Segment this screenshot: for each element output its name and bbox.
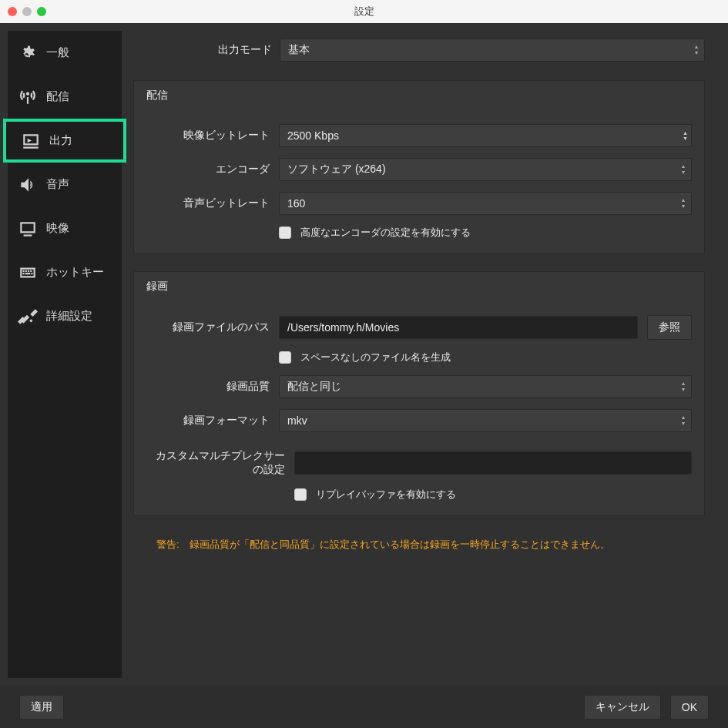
sidebar: 一般 配信 出力 音声 映像 xyxy=(8,31,122,678)
keyboard-icon xyxy=(17,262,39,283)
muxer-input[interactable] xyxy=(294,451,692,475)
monitor-icon xyxy=(17,218,39,240)
advanced-encoder-label: 高度なエンコーダの設定を有効にする xyxy=(300,226,471,240)
row-recording-quality: 録画品質 配信と同じ ▴▾ xyxy=(146,375,692,398)
encoder-value: ソフトウェア (x264) xyxy=(287,163,386,176)
row-muxer: カスタムマルチプレクサーの設定 xyxy=(146,449,692,477)
chevron-updown-icon: ▴▾ xyxy=(682,410,685,431)
recording-path-label: 録画ファイルのパス xyxy=(146,320,270,334)
audio-bitrate-select[interactable]: 160 ▴▾ xyxy=(279,192,692,215)
scrollbar[interactable] xyxy=(710,46,719,663)
row-encoder: エンコーダ ソフトウェア (x264) ▴▾ xyxy=(146,158,692,181)
audio-bitrate-label: 音声ビットレート xyxy=(146,196,270,210)
output-icon xyxy=(20,130,42,152)
main-panel: 出力モード 基本 ▴▾ 配信 映像ビットレート 2500 Kbps ▲▼ エンコ… xyxy=(122,23,728,686)
row-output-mode: 出力モード 基本 ▴▾ xyxy=(133,31,705,69)
recording-path-input[interactable]: /Users/tommy.h/Movies xyxy=(279,316,638,339)
sidebar-item-label: 配信 xyxy=(46,89,69,104)
warning-text: 警告: 録画品質が「配信と同品質」に設定されている場合は録画を一時停止することは… xyxy=(133,533,705,556)
sidebar-item-label: ホットキー xyxy=(46,265,104,280)
gear-icon xyxy=(17,42,39,64)
replay-buffer-label: リプレイバッファを有効にする xyxy=(316,488,456,502)
encoder-select[interactable]: ソフトウェア (x264) ▴▾ xyxy=(279,158,692,181)
recording-format-label: 録画フォーマット xyxy=(146,414,270,428)
sidebar-item-video[interactable]: 映像 xyxy=(8,206,122,250)
output-mode-label: 出力モード xyxy=(133,43,272,57)
sidebar-item-label: 一般 xyxy=(46,45,69,60)
cancel-button[interactable]: キャンセル xyxy=(584,695,661,720)
row-replay-buffer: リプレイバッファを有効にする xyxy=(146,488,692,502)
recording-format-select[interactable]: mkv ▴▾ xyxy=(279,409,692,432)
output-mode-select[interactable]: 基本 ▴▾ xyxy=(280,39,705,62)
row-advanced-encoder: 高度なエンコーダの設定を有効にする xyxy=(146,226,692,240)
video-bitrate-value: 2500 Kbps xyxy=(287,129,339,142)
recording-path-value: /Users/tommy.h/Movies xyxy=(287,321,399,334)
footer: 適用 キャンセル OK xyxy=(0,686,728,728)
stream-panel-title: 配信 xyxy=(134,81,704,110)
row-no-space: スペースなしのファイル名を生成 xyxy=(146,351,692,364)
sidebar-item-audio[interactable]: 音声 xyxy=(8,163,122,206)
row-recording-path: 録画ファイルのパス /Users/tommy.h/Movies 参照 xyxy=(146,315,692,340)
video-bitrate-input[interactable]: 2500 Kbps ▲▼ xyxy=(279,124,692,147)
chevron-updown-icon: ▴▾ xyxy=(695,39,698,61)
video-bitrate-label: 映像ビットレート xyxy=(146,129,270,143)
replay-buffer-checkbox[interactable] xyxy=(294,488,307,501)
sidebar-item-stream[interactable]: 配信 xyxy=(8,75,122,119)
audio-bitrate-value: 160 xyxy=(287,197,305,210)
sidebar-item-advanced[interactable]: 詳細設定 xyxy=(8,294,122,338)
chevron-updown-icon: ▴▾ xyxy=(682,193,685,214)
titlebar: 設定 xyxy=(0,0,728,23)
sidebar-item-general[interactable]: 一般 xyxy=(8,31,122,75)
apply-button[interactable]: 適用 xyxy=(19,695,64,720)
sidebar-item-hotkeys[interactable]: ホットキー xyxy=(8,250,122,294)
muxer-label: カスタムマルチプレクサーの設定 xyxy=(146,449,285,477)
chevron-updown-icon: ▴▾ xyxy=(682,376,685,398)
speaker-icon xyxy=(17,174,39,196)
recording-format-value: mkv xyxy=(287,414,307,427)
row-video-bitrate: 映像ビットレート 2500 Kbps ▲▼ xyxy=(146,124,692,147)
recording-quality-label: 録画品質 xyxy=(146,380,270,394)
sidebar-item-label: 映像 xyxy=(46,221,69,236)
output-mode-value: 基本 xyxy=(288,43,310,57)
sidebar-item-output[interactable]: 出力 xyxy=(3,119,126,163)
recording-panel-title: 録画 xyxy=(134,272,704,301)
advanced-encoder-checkbox[interactable] xyxy=(279,226,291,239)
sidebar-item-label: 音声 xyxy=(46,177,69,192)
browse-button[interactable]: 参照 xyxy=(647,315,692,340)
encoder-label: エンコーダ xyxy=(146,163,270,176)
chevron-updown-icon: ▴▾ xyxy=(682,159,685,180)
content-area: 一般 配信 出力 音声 映像 xyxy=(0,23,728,686)
recording-panel: 録画 録画ファイルのパス /Users/tommy.h/Movies 参照 スペ… xyxy=(133,271,705,516)
sidebar-item-label: 出力 xyxy=(49,133,72,148)
ok-button[interactable]: OK xyxy=(670,695,709,720)
recording-quality-select[interactable]: 配信と同じ ▴▾ xyxy=(279,375,692,398)
row-recording-format: 録画フォーマット mkv ▴▾ xyxy=(146,409,692,432)
stream-panel: 配信 映像ビットレート 2500 Kbps ▲▼ エンコーダ ソフトウェア (x… xyxy=(133,80,705,254)
no-space-label: スペースなしのファイル名を生成 xyxy=(300,351,451,364)
tools-icon xyxy=(17,306,39,327)
broadcast-icon xyxy=(17,86,39,108)
spinner-icon[interactable]: ▲▼ xyxy=(683,125,688,146)
no-space-checkbox[interactable] xyxy=(279,351,291,364)
sidebar-item-label: 詳細設定 xyxy=(46,309,92,324)
window-title: 設定 xyxy=(0,5,728,18)
recording-quality-value: 配信と同じ xyxy=(287,380,341,394)
row-audio-bitrate: 音声ビットレート 160 ▴▾ xyxy=(146,192,692,215)
